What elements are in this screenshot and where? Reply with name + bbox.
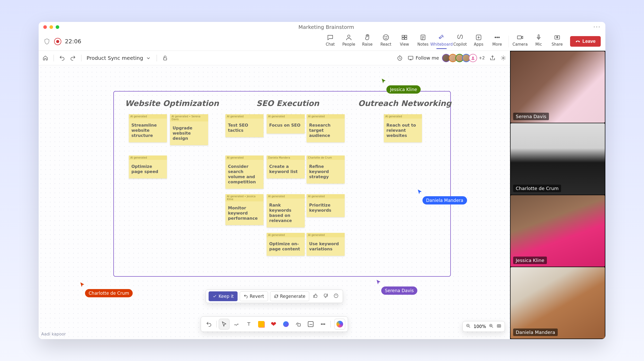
sticky-note[interactable]: AI generated Consider search volume and … [225,155,264,189]
image-tool[interactable] [305,319,316,330]
regenerate-button[interactable]: Regenerate [270,291,309,301]
minimize-window-button[interactable] [49,25,53,29]
presence-overflow[interactable]: +2 [479,55,485,60]
sticky-note-tool[interactable] [256,319,267,330]
timer-icon[interactable] [397,55,403,61]
participant-name: Serena Davis [513,113,549,120]
sticky-meta: AI generated [267,114,305,119]
settings-icon[interactable] [500,55,506,61]
react-button[interactable]: React [377,33,395,48]
share-board-icon[interactable] [489,55,496,61]
whiteboard-canvas[interactable]: Website Optimization SEO Execution Outre… [39,65,510,339]
canvas-column: Product Sync meeting Follow me [39,51,510,339]
revert-button[interactable]: Revert [240,291,268,301]
live-cursor-jessica: Jessica Kline [381,78,421,94]
lock-access-icon[interactable] [162,55,168,61]
cursor-icon [381,78,386,84]
close-window-button[interactable] [43,25,47,29]
view-button[interactable]: View [395,33,414,48]
whiteboard-label: Whiteboard [430,42,453,47]
sticky-note[interactable]: AI generated Optimize on-page content [267,233,305,256]
notes-button[interactable]: Notes [414,33,432,48]
follow-label: Follow me [416,55,439,61]
recording-timer: 22:06 [65,38,81,45]
sticky-note[interactable]: Charlotte de Crum Refine keyword strateg… [307,155,345,184]
people-button[interactable]: People [340,33,358,48]
sticky-note[interactable]: AI generated Reach out to relevant websi… [384,114,422,142]
svg-point-12 [498,37,499,38]
reaction-tool[interactable]: ❤ [268,319,279,330]
thumbs-down-button[interactable] [322,292,330,301]
svg-rect-13 [538,35,539,38]
sticky-note[interactable]: AI generated Optimize page speed [129,155,167,178]
titlebar-more-button[interactable]: ··· [593,23,601,31]
sticky-meta: AI generated [307,233,345,237]
mic-label: Mic [535,42,542,47]
zoom-in-button[interactable] [489,323,494,330]
raise-hand-button[interactable]: Raise [358,33,377,48]
feedback-button[interactable] [332,292,340,301]
text-tool[interactable] [243,319,254,330]
pointer-tool[interactable] [219,319,230,330]
video-tile[interactable]: Serena Davis [511,51,605,123]
more-tools-button[interactable] [318,319,328,330]
sticky-note[interactable]: AI generated Prioritize keywords [307,194,345,217]
svg-rect-27 [497,325,501,327]
mic-button[interactable]: Mic [529,33,548,48]
maximize-window-button[interactable] [56,25,59,29]
leave-icon [575,39,580,44]
chat-button[interactable]: Chat [321,33,340,48]
video-tile[interactable]: Charlotte de Crum [511,123,605,195]
board-name: Product Sync meeting [87,55,143,61]
fit-screen-button[interactable] [496,323,502,330]
share-button[interactable]: Share [548,33,566,48]
whiteboard-button[interactable]: Whiteboard [432,33,451,50]
toolbar-undo-button[interactable] [204,319,214,330]
camera-button[interactable]: Camera [511,33,529,48]
video-tile[interactable]: Daniela Mandera [511,267,605,339]
leave-button[interactable]: Leave [570,36,601,47]
window-controls [43,25,59,29]
sticky-note[interactable]: Daniela Mandera Create a keyword list [267,155,305,178]
sticky-note[interactable]: AI generated Research target audience [307,114,345,142]
sticky-note[interactable]: AI generated Streamline website structur… [129,114,167,142]
apps-button[interactable]: Apps [469,33,488,48]
recording-indicator[interactable] [54,38,61,45]
sticky-note[interactable]: AI generated Use keyword variations [307,233,345,256]
sticky-meta: AI generated [307,114,345,119]
video-tile[interactable]: Jessica Kline [511,195,605,267]
sticky-note[interactable]: AI generated Test SEO tactics [225,114,264,137]
thumbs-up-button[interactable] [311,292,320,301]
comment-tool[interactable] [281,319,291,330]
keep-it-button[interactable]: Keep it [208,291,238,301]
svg-point-19 [503,57,504,59]
redo-icon[interactable] [70,55,76,61]
undo-icon[interactable] [59,55,65,61]
whiteboard-header: Product Sync meeting Follow me [39,51,510,65]
zoom-value: 100% [473,324,486,329]
sticky-note[interactable]: AI generated • Jessica Kline Monitor key… [225,194,264,225]
chat-bubble-icon [283,321,289,327]
ink-tool[interactable] [231,319,242,330]
column-title-outreach: Outreach Networking [358,99,451,108]
separator [81,55,81,61]
presence-avatar-anon[interactable] [469,54,477,62]
zoom-out-button[interactable] [466,323,471,330]
sticky-text: Research target audience [307,119,345,142]
sticky-note[interactable]: AI generated Rank keywords based on rele… [267,194,305,227]
sticky-note[interactable]: AI generated Focus on SEO [267,114,305,134]
sticky-note[interactable]: AI generated • Serena Davis Upgrade webs… [170,114,208,145]
board-name-dropdown[interactable]: Product Sync meeting [87,55,151,61]
shape-tool[interactable] [293,319,304,330]
copilot-tool-button[interactable] [334,319,345,330]
copilot-button[interactable]: Copilot [451,33,469,48]
sticky-text: Rank keywords based on relevance [267,199,305,227]
svg-point-3 [386,37,387,37]
shield-icon [43,38,50,45]
home-icon[interactable] [42,55,48,61]
more-button[interactable]: More [488,33,506,48]
svg-point-22 [321,324,322,324]
follow-me-button[interactable]: Follow me [408,55,439,61]
svg-point-24 [324,324,325,324]
sticky-text: Consider search volume and competition [225,160,264,189]
